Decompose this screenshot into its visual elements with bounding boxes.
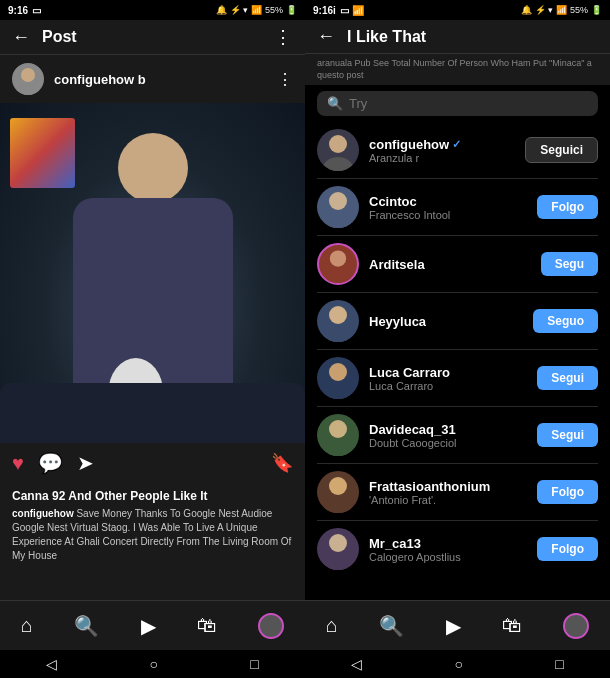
post-header: configuehow b ⋮ <box>0 55 305 103</box>
post-more-button[interactable]: ⋮ <box>277 70 293 89</box>
like-fullname: Calogero Apostlius <box>369 551 527 563</box>
right-system-nav: ◁ ○ □ <box>305 650 610 678</box>
follow-button[interactable]: Seguici <box>525 137 598 163</box>
post-image <box>0 103 305 443</box>
left-nav-profile[interactable] <box>258 613 284 639</box>
like-username: configuehow ✓ <box>369 137 515 152</box>
follow-button[interactable]: Folgo <box>537 537 598 561</box>
right-nav-shop[interactable]: 🛍 <box>502 614 522 637</box>
left-top-bar: ← Post ⋮ <box>0 20 305 55</box>
follow-button[interactable]: Folgo <box>537 480 598 504</box>
left-nav-shop[interactable]: 🛍 <box>197 614 217 637</box>
svg-point-2 <box>329 135 347 153</box>
svg-point-15 <box>322 499 354 513</box>
left-bottom-nav: ⌂ 🔍 ▶ 🛍 <box>0 600 305 650</box>
like-username: Mr_ca13 <box>369 536 527 551</box>
like-username: Davidecaq_31 <box>369 422 527 437</box>
left-sys-back[interactable]: ◁ <box>46 656 57 672</box>
left-sys-home[interactable]: ○ <box>150 656 158 672</box>
list-item: configuehow ✓ Aranzula r Seguici <box>305 122 610 178</box>
svg-point-5 <box>322 214 354 228</box>
svg-point-3 <box>322 157 354 171</box>
search-icon: 🔍 <box>327 96 343 111</box>
like-username: Arditsela <box>369 257 531 272</box>
left-sys-recent[interactable]: □ <box>250 656 258 672</box>
likes-list: configuehow ✓ Aranzula r Seguici Ccintoc… <box>305 122 610 600</box>
like-avatar[interactable] <box>317 471 359 513</box>
share-button[interactable]: ➤ <box>77 451 94 475</box>
like-avatar[interactable] <box>317 243 359 285</box>
left-battery: 🔔 ⚡ ▾ 📶 55% 🔋 <box>216 5 297 15</box>
svg-point-14 <box>329 477 347 495</box>
right-bottom-nav: ⌂ 🔍 ▶ 🛍 <box>305 600 610 650</box>
like-avatar[interactable] <box>317 186 359 228</box>
left-back-button[interactable]: ← <box>12 27 30 48</box>
svg-point-9 <box>322 328 354 342</box>
right-page-title: I Like That <box>347 28 598 46</box>
right-subtitle: aranuala Pub See Total Number Of Person … <box>305 54 610 85</box>
left-page-title: Post <box>42 28 274 46</box>
bookmark-button[interactable]: 🔖 <box>271 452 293 474</box>
right-nav-profile[interactable] <box>563 613 589 639</box>
follow-button[interactable]: Segui <box>537 366 598 390</box>
like-avatar[interactable] <box>317 414 359 456</box>
like-user-info: Ccintoc Francesco Intool <box>369 194 527 221</box>
list-item: Mr_ca13 Calogero Apostlius Folgo <box>305 521 610 577</box>
svg-point-8 <box>329 306 347 324</box>
right-panel: 9:16i ▭ 📶 🔔 ⚡ ▾ 📶 55% 🔋 ← I Like That ar… <box>305 0 610 678</box>
right-sys-home[interactable]: ○ <box>455 656 463 672</box>
left-nav-search[interactable]: 🔍 <box>74 614 99 638</box>
list-item: Davidecaq_31 Doubt Caoogeciol Segui <box>305 407 610 463</box>
right-back-button[interactable]: ← <box>317 26 335 47</box>
list-item: Ccintoc Francesco Intool Folgo <box>305 179 610 235</box>
comment-button[interactable]: 💬 <box>38 451 63 475</box>
post-caption-text: configuehow Save Money Thanks To Google … <box>12 507 293 563</box>
like-fullname: Luca Carraro <box>369 380 527 392</box>
svg-point-6 <box>330 251 346 267</box>
svg-point-1 <box>16 83 40 95</box>
like-user-info: Davidecaq_31 Doubt Caoogeciol <box>369 422 527 449</box>
left-nav-reels[interactable]: ▶ <box>141 614 156 638</box>
svg-point-7 <box>324 271 353 286</box>
post-author-username[interactable]: configuehow b <box>54 72 277 87</box>
like-avatar[interactable] <box>317 300 359 342</box>
follow-button[interactable]: Folgo <box>537 195 598 219</box>
caption-username: configuehow <box>12 508 74 519</box>
right-top-bar: ← I Like That <box>305 20 610 54</box>
like-avatar[interactable] <box>317 357 359 399</box>
like-avatar[interactable] <box>317 129 359 171</box>
like-fullname: 'Antonio Frat'. <box>369 494 527 506</box>
svg-point-0 <box>21 68 35 82</box>
post-actions-bar: ♥ 💬 ➤ 🔖 <box>0 443 305 483</box>
follow-button[interactable]: Seguo <box>533 309 598 333</box>
follow-button[interactable]: Segui <box>537 423 598 447</box>
like-user-info: Frattasioanthonium 'Antonio Frat'. <box>369 479 527 506</box>
right-status-bar: 9:16i ▭ 📶 🔔 ⚡ ▾ 📶 55% 🔋 <box>305 0 610 20</box>
like-username: Frattasioanthonium <box>369 479 527 494</box>
left-nav-home[interactable]: ⌂ <box>21 614 33 637</box>
right-battery: 🔔 ⚡ ▾ 📶 55% 🔋 <box>521 5 602 15</box>
like-user-info: Heyyluca <box>369 314 523 329</box>
svg-point-17 <box>322 556 354 570</box>
follow-button[interactable]: Segu <box>541 252 598 276</box>
svg-point-12 <box>329 420 347 438</box>
right-nav-search[interactable]: 🔍 <box>379 614 404 638</box>
search-input[interactable] <box>349 96 588 111</box>
svg-point-10 <box>329 363 347 381</box>
left-more-button[interactable]: ⋮ <box>274 26 293 48</box>
right-sys-recent[interactable]: □ <box>555 656 563 672</box>
verified-icon: ✓ <box>452 138 461 151</box>
right-sys-back[interactable]: ◁ <box>351 656 362 672</box>
left-status-bar: 9:16 ▭ 🔔 ⚡ ▾ 📶 55% 🔋 <box>0 0 305 20</box>
like-button[interactable]: ♥ <box>12 452 24 475</box>
like-avatar[interactable] <box>317 528 359 570</box>
right-time: 9:16i ▭ 📶 <box>313 5 364 16</box>
right-nav-reels[interactable]: ▶ <box>446 614 461 638</box>
left-panel: 9:16 ▭ 🔔 ⚡ ▾ 📶 55% 🔋 ← Post ⋮ configueho… <box>0 0 305 678</box>
list-item: Arditsela Segu <box>305 236 610 292</box>
post-author-avatar[interactable] <box>12 63 44 95</box>
search-bar[interactable]: 🔍 <box>317 91 598 116</box>
right-nav-home[interactable]: ⌂ <box>326 614 338 637</box>
left-system-nav: ◁ ○ □ <box>0 650 305 678</box>
like-username: Luca Carraro <box>369 365 527 380</box>
